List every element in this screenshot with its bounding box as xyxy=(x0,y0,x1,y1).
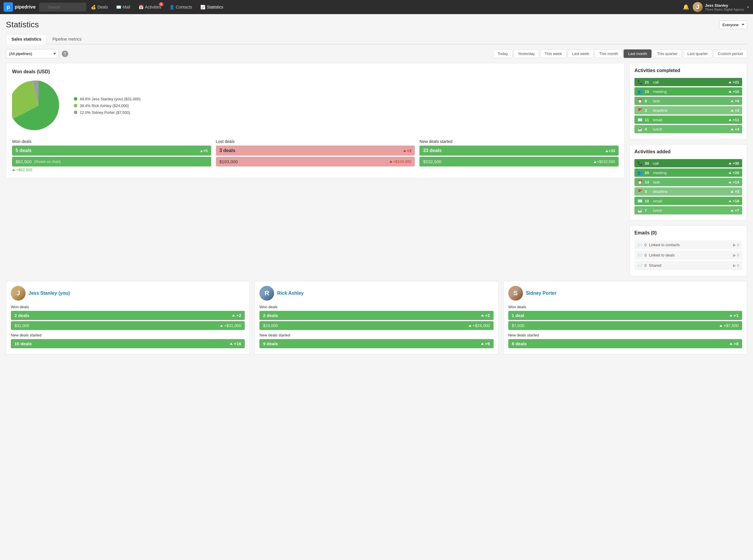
period-custom[interactable]: Custom period xyxy=(713,49,747,58)
period-today[interactable]: Today xyxy=(493,49,512,58)
period-this-month[interactable]: This month xyxy=(595,49,622,58)
nav-deals-label: Deals xyxy=(97,5,108,9)
nav-deals[interactable]: 💰 Deals xyxy=(87,0,112,14)
email-arrow-icon: ▶ 0 xyxy=(733,253,739,257)
new-label: New deals started xyxy=(419,139,619,144)
period-this-week[interactable]: This week xyxy=(540,49,567,58)
email-icon: ✉️ xyxy=(637,263,642,268)
activity-icon: ✉️ xyxy=(637,199,642,203)
logo[interactable]: p pipedrive xyxy=(3,2,36,12)
notification-icon[interactable]: 🔔 xyxy=(683,4,689,10)
activity-bar-left: 👥 15 meeting xyxy=(637,89,667,94)
nav-activities[interactable]: 📅 Activities 5 xyxy=(135,0,165,14)
activity-completed-row: ✉️ 11 email +11 xyxy=(634,116,742,124)
activity-bar: 📞 21 call +21 xyxy=(634,78,742,86)
activity-completed-row: 📞 21 call +21 xyxy=(634,78,742,86)
person-won-count-box: 1 deal +1 xyxy=(508,311,742,320)
activity-completed-row: ⏰ 8 task +8 xyxy=(634,97,742,105)
activity-icon: 🚩 xyxy=(637,108,642,113)
activity-label: deadline xyxy=(653,189,668,194)
nav-contacts[interactable]: 👤 Contacts xyxy=(166,0,196,14)
logo-text: pipedrive xyxy=(15,4,36,10)
activity-count: 18 xyxy=(645,199,651,203)
legend-item: 49.6% Jess Stanley (you) ($31,000) xyxy=(74,97,141,101)
person-won-count-delta: +2 xyxy=(481,313,490,318)
email-label: Linked to deals xyxy=(649,253,674,257)
activity-label: task xyxy=(653,99,660,103)
activities-completed-card: Activities completed 📞 21 call +21 👥 15 … xyxy=(630,63,747,139)
activity-bar: ⏰ 14 task +14 xyxy=(634,178,742,186)
pie-svg xyxy=(12,79,65,132)
activity-icon: ✉️ xyxy=(637,117,642,122)
everyone-select[interactable]: Everyone xyxy=(719,21,747,29)
emails-title: Emails (0) xyxy=(634,230,742,236)
activity-delta: +30 xyxy=(729,161,739,165)
person-name[interactable]: Sidney Porter xyxy=(526,291,556,296)
new-amount: $532,500 xyxy=(423,159,441,164)
person-avatar: R xyxy=(259,286,274,301)
activity-bar: 🚩 3 deadline +3 xyxy=(634,187,742,196)
pipeline-select[interactable]: (All pipelines) xyxy=(6,49,59,58)
page-content: Statistics Everyone Sales statistics Pip… xyxy=(0,14,753,360)
lost-deals-stat: Lost deals 3 deals +3 $103,000 +$103,000 xyxy=(216,139,415,172)
activity-count: 4 xyxy=(645,127,651,132)
user-chevron-icon: ▼ xyxy=(747,5,750,9)
search-input[interactable] xyxy=(39,3,86,12)
activity-icon: ☕ xyxy=(637,127,642,132)
activity-icon: 🚩 xyxy=(637,189,642,194)
help-icon[interactable]: ? xyxy=(62,51,68,57)
period-last-month[interactable]: Last month xyxy=(623,49,651,58)
tab-pipeline-metrics[interactable]: Pipeline metrics xyxy=(47,34,87,44)
person-won-label: Won deals xyxy=(259,305,493,309)
period-last-quarter[interactable]: Last quarter xyxy=(683,49,712,58)
lost-amount: $103,000 xyxy=(219,159,238,164)
email-count: 0 xyxy=(645,263,647,268)
activity-bar-left: ✉️ 11 email xyxy=(637,117,662,122)
statistics-icon: 📈 xyxy=(200,5,205,9)
page-title: Statistics xyxy=(6,20,39,29)
won-amount-delta: +$62,500 xyxy=(12,168,211,172)
activity-delta: +20 xyxy=(729,171,739,175)
period-this-quarter[interactable]: This quarter xyxy=(653,49,682,58)
person-won-count-delta: +2 xyxy=(232,313,241,318)
new-count-box: 33 deals +33 xyxy=(419,145,619,156)
activity-label: lunch xyxy=(653,127,662,132)
person-new-count-delta: +16 xyxy=(230,341,241,346)
period-yesterday[interactable]: Yesterday xyxy=(514,49,539,58)
person-new-label: New deals started xyxy=(11,333,245,337)
user-area[interactable]: J Jess Stanley Three Bears Digital Agenc… xyxy=(693,2,750,12)
person-won-count: 2 deals xyxy=(15,313,29,318)
lost-label: Lost deals xyxy=(216,139,415,144)
page-header: Statistics Everyone xyxy=(6,20,747,29)
won-count-delta: +5 xyxy=(200,148,208,153)
activity-label: email xyxy=(653,118,662,122)
activity-delta: +3 xyxy=(731,108,739,113)
nav-activities-label: Activities xyxy=(145,5,161,9)
nav-statistics[interactable]: 📈 Statistics xyxy=(197,0,227,14)
activity-label: meeting xyxy=(653,171,667,175)
email-count: 0 xyxy=(645,253,647,257)
person-new-count: 8 deals xyxy=(512,341,527,346)
person-avatar: S xyxy=(508,286,523,301)
activity-delta: +15 xyxy=(729,89,739,94)
person-won-label: Won deals xyxy=(508,305,742,309)
activities-added-list: 📞 30 call +30 👥 20 meeting +20 ⏰ 14 xyxy=(634,159,742,215)
search-wrapper: 🔍 xyxy=(39,3,86,12)
person-name[interactable]: Jess Stanley (you) xyxy=(28,291,70,296)
period-last-week[interactable]: Last week xyxy=(568,49,594,58)
pipeline-select-wrapper: (All pipelines) xyxy=(6,49,59,58)
person-name[interactable]: Rick Ashley xyxy=(277,291,303,296)
activity-bar: ☕ 4 lunch +4 xyxy=(634,125,742,133)
activity-label: deadline xyxy=(653,108,668,113)
person-new-count: 16 deals xyxy=(15,341,32,346)
person-new-count-delta: +8 xyxy=(730,341,738,346)
activity-bar: ⏰ 8 task +8 xyxy=(634,97,742,105)
pie-legend: 49.6% Jess Stanley (you) ($31,000) 38.4%… xyxy=(74,97,141,115)
activity-icon: 📞 xyxy=(637,80,642,84)
activity-label: call xyxy=(653,161,659,165)
activity-bar: ☕ 7 lunch +7 xyxy=(634,206,742,215)
person-won-amount: $31,000 xyxy=(15,323,29,328)
tab-sales-statistics[interactable]: Sales statistics xyxy=(6,34,47,44)
nav-right: 🔔 J Jess Stanley Three Bears Digital Age… xyxy=(683,2,750,12)
nav-mail[interactable]: ✉️ Mail xyxy=(113,0,134,14)
